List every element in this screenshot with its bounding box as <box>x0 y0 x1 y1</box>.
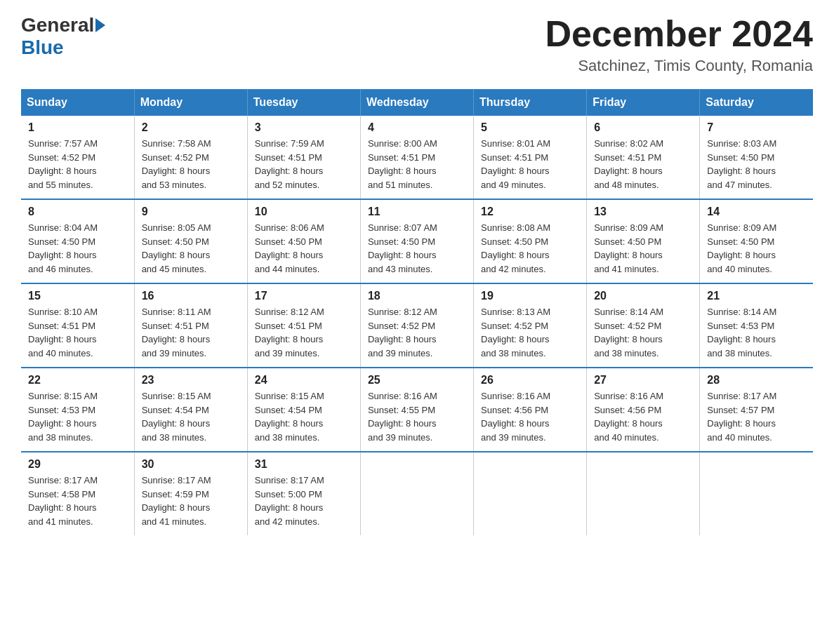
day-number: 18 <box>368 290 466 302</box>
table-row: 31Sunrise: 8:17 AMSunset: 5:00 PMDayligh… <box>247 452 360 535</box>
table-row: 25Sunrise: 8:16 AMSunset: 4:55 PMDayligh… <box>360 368 473 452</box>
day-detail: Sunrise: 8:15 AMSunset: 4:54 PMDaylight:… <box>142 389 240 444</box>
day-detail: Sunrise: 8:13 AMSunset: 4:52 PMDaylight:… <box>481 305 579 360</box>
day-number: 28 <box>707 374 806 387</box>
logo-arrow-icon <box>95 18 105 32</box>
day-number: 15 <box>28 290 127 302</box>
day-number: 20 <box>594 290 692 302</box>
calendar-week-row: 29Sunrise: 8:17 AMSunset: 4:58 PMDayligh… <box>21 452 813 535</box>
day-number: 19 <box>481 290 579 302</box>
table-row: 30Sunrise: 8:17 AMSunset: 4:59 PMDayligh… <box>134 452 247 535</box>
day-detail: Sunrise: 8:17 AMSunset: 5:00 PMDaylight:… <box>255 474 353 528</box>
day-number: 11 <box>368 206 466 218</box>
day-number: 27 <box>594 374 692 387</box>
table-row: 11Sunrise: 8:07 AMSunset: 4:50 PMDayligh… <box>360 199 473 283</box>
day-detail: Sunrise: 8:16 AMSunset: 4:56 PMDaylight:… <box>481 389 579 444</box>
day-number: 14 <box>707 206 806 218</box>
day-detail: Sunrise: 8:12 AMSunset: 4:52 PMDaylight:… <box>368 305 466 360</box>
day-detail: Sunrise: 8:16 AMSunset: 4:56 PMDaylight:… <box>594 389 692 444</box>
calendar-header-row: Sunday Monday Tuesday Wednesday Thursday… <box>21 89 813 116</box>
location-subtitle: Satchinez, Timis County, Romania <box>545 57 813 75</box>
header-thursday: Thursday <box>474 89 587 116</box>
header-saturday: Saturday <box>700 89 813 116</box>
day-number: 9 <box>142 206 240 218</box>
day-number: 4 <box>368 121 466 134</box>
calendar-week-row: 22Sunrise: 8:15 AMSunset: 4:53 PMDayligh… <box>21 368 813 452</box>
day-detail: Sunrise: 8:06 AMSunset: 4:50 PMDaylight:… <box>255 221 353 276</box>
table-row <box>700 452 813 535</box>
day-detail: Sunrise: 7:57 AMSunset: 4:52 PMDaylight:… <box>28 137 127 192</box>
table-row: 18Sunrise: 8:12 AMSunset: 4:52 PMDayligh… <box>360 283 473 368</box>
day-detail: Sunrise: 8:04 AMSunset: 4:50 PMDaylight:… <box>28 221 127 276</box>
day-detail: Sunrise: 8:15 AMSunset: 4:53 PMDaylight:… <box>28 389 127 444</box>
calendar-week-row: 1Sunrise: 7:57 AMSunset: 4:52 PMDaylight… <box>21 116 813 199</box>
day-number: 10 <box>255 206 353 218</box>
table-row: 7Sunrise: 8:03 AMSunset: 4:50 PMDaylight… <box>700 116 813 199</box>
day-detail: Sunrise: 7:59 AMSunset: 4:51 PMDaylight:… <box>255 137 353 192</box>
table-row: 29Sunrise: 8:17 AMSunset: 4:58 PMDayligh… <box>21 452 134 535</box>
day-detail: Sunrise: 8:08 AMSunset: 4:50 PMDaylight:… <box>481 221 579 276</box>
day-detail: Sunrise: 8:03 AMSunset: 4:50 PMDaylight:… <box>707 137 806 192</box>
table-row: 1Sunrise: 7:57 AMSunset: 4:52 PMDaylight… <box>21 116 134 199</box>
day-number: 7 <box>707 121 806 134</box>
day-number: 1 <box>28 121 127 134</box>
table-row: 26Sunrise: 8:16 AMSunset: 4:56 PMDayligh… <box>474 368 587 452</box>
day-detail: Sunrise: 8:12 AMSunset: 4:51 PMDaylight:… <box>255 305 353 360</box>
table-row <box>474 452 587 535</box>
day-detail: Sunrise: 8:00 AMSunset: 4:51 PMDaylight:… <box>368 137 466 192</box>
day-number: 22 <box>28 374 127 387</box>
day-number: 26 <box>481 374 579 387</box>
day-detail: Sunrise: 8:14 AMSunset: 4:52 PMDaylight:… <box>594 305 692 360</box>
day-number: 6 <box>594 121 692 134</box>
day-detail: Sunrise: 8:11 AMSunset: 4:51 PMDaylight:… <box>142 305 240 360</box>
table-row <box>360 452 473 535</box>
day-detail: Sunrise: 8:17 AMSunset: 4:59 PMDaylight:… <box>142 474 240 528</box>
day-number: 31 <box>255 458 353 471</box>
table-row: 22Sunrise: 8:15 AMSunset: 4:53 PMDayligh… <box>21 368 134 452</box>
header-monday: Monday <box>134 89 247 116</box>
day-number: 3 <box>255 121 353 134</box>
table-row: 15Sunrise: 8:10 AMSunset: 4:51 PMDayligh… <box>21 283 134 368</box>
day-detail: Sunrise: 8:05 AMSunset: 4:50 PMDaylight:… <box>142 221 240 276</box>
table-row: 10Sunrise: 8:06 AMSunset: 4:50 PMDayligh… <box>247 199 360 283</box>
day-number: 5 <box>481 121 579 134</box>
month-year-title: December 2024 <box>545 14 813 54</box>
table-row: 2Sunrise: 7:58 AMSunset: 4:52 PMDaylight… <box>134 116 247 199</box>
day-detail: Sunrise: 8:10 AMSunset: 4:51 PMDaylight:… <box>28 305 127 360</box>
page-header: General Blue December 2024 Satchinez, Ti… <box>21 14 813 75</box>
table-row: 14Sunrise: 8:09 AMSunset: 4:50 PMDayligh… <box>700 199 813 283</box>
table-row: 20Sunrise: 8:14 AMSunset: 4:52 PMDayligh… <box>587 283 700 368</box>
table-row: 3Sunrise: 7:59 AMSunset: 4:51 PMDaylight… <box>247 116 360 199</box>
title-section: December 2024 Satchinez, Timis County, R… <box>545 14 813 75</box>
day-detail: Sunrise: 8:01 AMSunset: 4:51 PMDaylight:… <box>481 137 579 192</box>
day-detail: Sunrise: 8:17 AMSunset: 4:58 PMDaylight:… <box>28 474 127 528</box>
day-number: 21 <box>707 290 806 302</box>
day-detail: Sunrise: 8:14 AMSunset: 4:53 PMDaylight:… <box>707 305 806 360</box>
header-wednesday: Wednesday <box>360 89 473 116</box>
table-row: 5Sunrise: 8:01 AMSunset: 4:51 PMDaylight… <box>474 116 587 199</box>
calendar-week-row: 15Sunrise: 8:10 AMSunset: 4:51 PMDayligh… <box>21 283 813 368</box>
table-row: 23Sunrise: 8:15 AMSunset: 4:54 PMDayligh… <box>134 368 247 452</box>
day-number: 2 <box>142 121 240 134</box>
day-number: 30 <box>142 458 240 471</box>
table-row: 28Sunrise: 8:17 AMSunset: 4:57 PMDayligh… <box>700 368 813 452</box>
day-detail: Sunrise: 8:16 AMSunset: 4:55 PMDaylight:… <box>368 389 466 444</box>
table-row: 17Sunrise: 8:12 AMSunset: 4:51 PMDayligh… <box>247 283 360 368</box>
table-row: 24Sunrise: 8:15 AMSunset: 4:54 PMDayligh… <box>247 368 360 452</box>
table-row: 16Sunrise: 8:11 AMSunset: 4:51 PMDayligh… <box>134 283 247 368</box>
day-detail: Sunrise: 7:58 AMSunset: 4:52 PMDaylight:… <box>142 137 240 192</box>
table-row: 4Sunrise: 8:00 AMSunset: 4:51 PMDaylight… <box>360 116 473 199</box>
calendar-table: Sunday Monday Tuesday Wednesday Thursday… <box>21 89 813 535</box>
day-number: 23 <box>142 374 240 387</box>
day-detail: Sunrise: 8:09 AMSunset: 4:50 PMDaylight:… <box>594 221 692 276</box>
logo-blue-text: Blue <box>21 36 64 58</box>
day-detail: Sunrise: 8:02 AMSunset: 4:51 PMDaylight:… <box>594 137 692 192</box>
header-sunday: Sunday <box>21 89 134 116</box>
day-detail: Sunrise: 8:09 AMSunset: 4:50 PMDaylight:… <box>707 221 806 276</box>
day-detail: Sunrise: 8:17 AMSunset: 4:57 PMDaylight:… <box>707 389 806 444</box>
day-number: 13 <box>594 206 692 218</box>
logo: General Blue <box>21 14 107 59</box>
table-row: 6Sunrise: 8:02 AMSunset: 4:51 PMDaylight… <box>587 116 700 199</box>
day-number: 29 <box>28 458 127 471</box>
day-number: 17 <box>255 290 353 302</box>
